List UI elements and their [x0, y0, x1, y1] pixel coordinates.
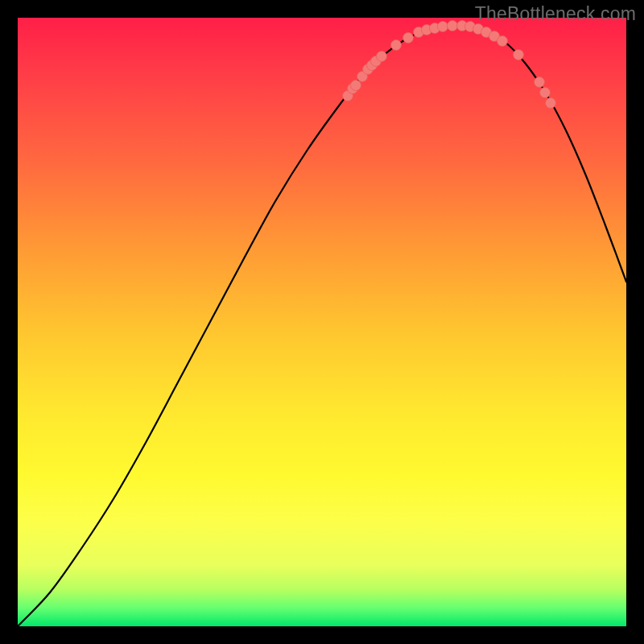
chart-area: [18, 18, 626, 626]
data-point: [377, 52, 387, 62]
bottleneck-curve-plot: [18, 18, 626, 626]
data-point: [546, 98, 556, 109]
data-point: [351, 80, 361, 91]
curve-path: [18, 25, 626, 626]
data-points-group: [343, 21, 556, 109]
data-point: [535, 77, 545, 88]
data-point: [448, 21, 458, 31]
data-point: [514, 50, 524, 60]
data-point: [540, 88, 551, 98]
data-point: [403, 33, 414, 43]
watermark-text: TheBottleneck.com: [475, 3, 636, 25]
data-point: [497, 36, 508, 47]
data-point: [438, 22, 448, 32]
data-point: [391, 40, 402, 51]
